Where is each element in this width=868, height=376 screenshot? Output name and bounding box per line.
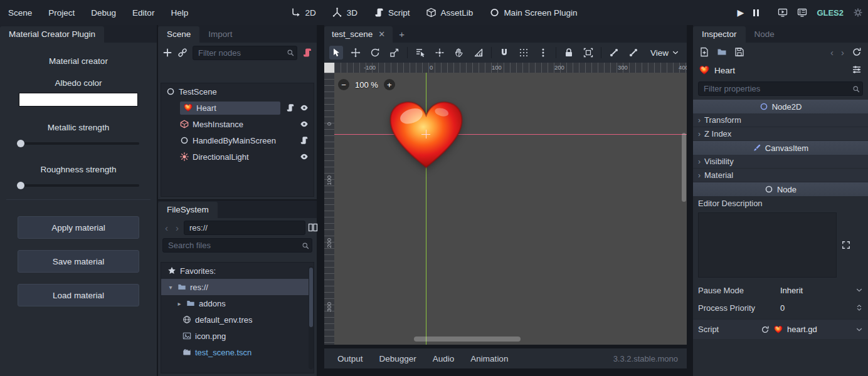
skeleton-options-button[interactable] bbox=[627, 46, 640, 60]
new-resource-icon[interactable] bbox=[699, 47, 709, 57]
tree-row-directionallight[interactable]: DirectionalLight bbox=[161, 149, 314, 165]
section-canvasitem[interactable]: CanvasItem bbox=[693, 141, 868, 155]
workspace-main-screen-plugin-button[interactable]: Main Screen Plugin bbox=[489, 8, 577, 18]
filesystem-scrollbar[interactable] bbox=[309, 266, 314, 369]
apply-material-button[interactable]: Apply material bbox=[18, 216, 139, 239]
pause-mode-dropdown[interactable]: Inherit bbox=[780, 286, 863, 295]
visibility-eye-icon[interactable] bbox=[300, 120, 309, 128]
instance-scene-chain-icon[interactable] bbox=[177, 48, 188, 58]
history-forward-icon[interactable]: › bbox=[841, 47, 844, 58]
selected-node-highlight[interactable]: Heart bbox=[180, 102, 280, 115]
property-group-zindex[interactable]: › Z Index bbox=[693, 127, 868, 141]
update-spinner-gear-icon[interactable] bbox=[853, 8, 863, 18]
ruler-tool-button[interactable] bbox=[472, 46, 485, 60]
tree-row-testscene[interactable]: TestScene bbox=[161, 83, 314, 100]
property-group-visibility[interactable]: › Visibility bbox=[693, 155, 868, 169]
object-tools-sliders-icon[interactable] bbox=[852, 65, 862, 75]
add-node-icon[interactable] bbox=[162, 48, 172, 58]
property-group-transform[interactable]: › Transform bbox=[693, 113, 868, 127]
menu-editor[interactable]: Editor bbox=[124, 5, 162, 21]
move-tool-button[interactable] bbox=[349, 46, 363, 60]
expand-editor-icon[interactable] bbox=[842, 241, 850, 249]
scale-tool-button[interactable] bbox=[388, 46, 401, 60]
workspace-2d-button[interactable]: 2D bbox=[291, 8, 316, 18]
property-group-material[interactable]: › Material bbox=[693, 169, 868, 182]
distraction-free-icon[interactable] bbox=[677, 29, 687, 39]
skeleton-button[interactable] bbox=[607, 46, 621, 60]
tab-material-creator-plugin[interactable]: Material Creator Plugin bbox=[0, 26, 104, 43]
workspace-script-button[interactable]: Script bbox=[374, 8, 410, 18]
history-forward-icon[interactable]: › bbox=[173, 222, 181, 233]
filter-properties-input[interactable] bbox=[698, 81, 863, 96]
menu-debug[interactable]: Debug bbox=[83, 5, 124, 21]
play-scene-icon[interactable] bbox=[778, 8, 788, 18]
reload-script-icon[interactable] bbox=[761, 325, 770, 334]
tab-scene[interactable]: Scene bbox=[158, 26, 199, 43]
save-material-button[interactable]: Save material bbox=[18, 250, 139, 273]
workspace-3d-button[interactable]: 3D bbox=[332, 8, 357, 18]
pivot-tool-button[interactable] bbox=[433, 46, 447, 60]
tree-row-handledbymainscreen[interactable]: HandledByMainScreen bbox=[161, 132, 314, 149]
zoom-in-button[interactable]: + bbox=[384, 79, 395, 90]
script-attached-icon[interactable] bbox=[286, 103, 295, 112]
history-back-icon[interactable]: ‹ bbox=[830, 47, 834, 58]
fs-row-default-env[interactable]: default_env.tres bbox=[161, 311, 314, 328]
section-node2d[interactable]: Node2D bbox=[693, 100, 868, 113]
fs-row-addons[interactable]: ▸ addons bbox=[161, 295, 314, 311]
favorites-row[interactable]: Favorites: bbox=[161, 263, 314, 279]
fs-row-res-root[interactable]: ▾ res:// bbox=[161, 279, 314, 295]
expand-arrow-icon[interactable]: ▸ bbox=[176, 300, 183, 307]
menu-scene[interactable]: Scene bbox=[0, 5, 40, 21]
audio-panel-button[interactable]: Audio bbox=[426, 352, 462, 366]
workspace-assetlib-button[interactable]: AssetLib bbox=[426, 8, 474, 18]
play-custom-scene-icon[interactable] bbox=[797, 8, 807, 18]
fs-row-icon-png[interactable]: icon.png bbox=[161, 328, 314, 344]
tree-row-heart[interactable]: Heart bbox=[161, 100, 314, 116]
albedo-color-picker[interactable] bbox=[19, 93, 138, 107]
filter-nodes-input[interactable] bbox=[193, 46, 297, 60]
metallic-slider-grabber[interactable] bbox=[17, 140, 24, 147]
select-tool-button[interactable] bbox=[329, 46, 343, 60]
panel-menu-dots-icon[interactable] bbox=[147, 29, 157, 38]
visibility-eye-icon[interactable] bbox=[300, 152, 309, 161]
tab-inspector[interactable]: Inspector bbox=[693, 26, 746, 43]
history-back-icon[interactable]: ‹ bbox=[162, 222, 171, 233]
pause-button[interactable] bbox=[753, 9, 759, 16]
tree-row-meshinstance[interactable]: MeshInstance bbox=[161, 116, 314, 132]
save-resource-floppy-icon[interactable] bbox=[734, 47, 744, 57]
debugger-panel-button[interactable]: Debugger bbox=[373, 352, 423, 366]
roughness-slider-grabber[interactable] bbox=[17, 182, 24, 189]
group-object-button[interactable] bbox=[581, 46, 595, 60]
filesystem-menu-dots-icon[interactable] bbox=[307, 205, 317, 214]
smart-snap-button[interactable] bbox=[497, 46, 511, 60]
fs-row-test-scene[interactable]: test_scene.tscn bbox=[161, 344, 314, 360]
menu-help[interactable]: Help bbox=[162, 5, 196, 21]
inspector-menu-dots-icon[interactable] bbox=[858, 29, 868, 38]
snap-options-button[interactable] bbox=[536, 46, 550, 60]
load-material-button[interactable]: Load material bbox=[18, 284, 139, 306]
vertical-scrollbar[interactable] bbox=[682, 133, 686, 202]
lock-object-button[interactable] bbox=[562, 46, 576, 60]
roughness-strength-slider[interactable] bbox=[18, 184, 139, 187]
script-attached-icon[interactable] bbox=[300, 136, 309, 145]
metallic-strength-slider[interactable] bbox=[18, 142, 139, 145]
menu-project[interactable]: Project bbox=[40, 5, 83, 21]
split-view-icon[interactable] bbox=[308, 222, 318, 232]
scene-dock-menu-dots-icon[interactable] bbox=[307, 29, 317, 38]
animation-panel-button[interactable]: Animation bbox=[463, 352, 515, 366]
tab-import[interactable]: Import bbox=[199, 26, 241, 43]
tab-filesystem[interactable]: FileSystem bbox=[158, 202, 218, 218]
process-priority-spinner[interactable]: 0 bbox=[780, 303, 863, 313]
horizontal-scrollbar[interactable] bbox=[414, 337, 521, 342]
2d-canvas[interactable]: -100 0 100 200 300 400 0 100 200 300 − 1… bbox=[324, 63, 687, 345]
rotate-tool-button[interactable] bbox=[368, 46, 382, 60]
object-history-icon[interactable] bbox=[852, 47, 862, 57]
current-path-input[interactable] bbox=[184, 221, 305, 235]
search-files-input[interactable] bbox=[162, 238, 312, 253]
load-resource-folder-icon[interactable] bbox=[717, 47, 727, 57]
tab-node[interactable]: Node bbox=[746, 26, 783, 43]
zoom-level[interactable]: 100 % bbox=[355, 80, 378, 90]
editor-description-input[interactable] bbox=[698, 212, 837, 278]
renderer-select[interactable]: GLES2 bbox=[817, 8, 844, 18]
pan-tool-button[interactable] bbox=[452, 46, 466, 60]
